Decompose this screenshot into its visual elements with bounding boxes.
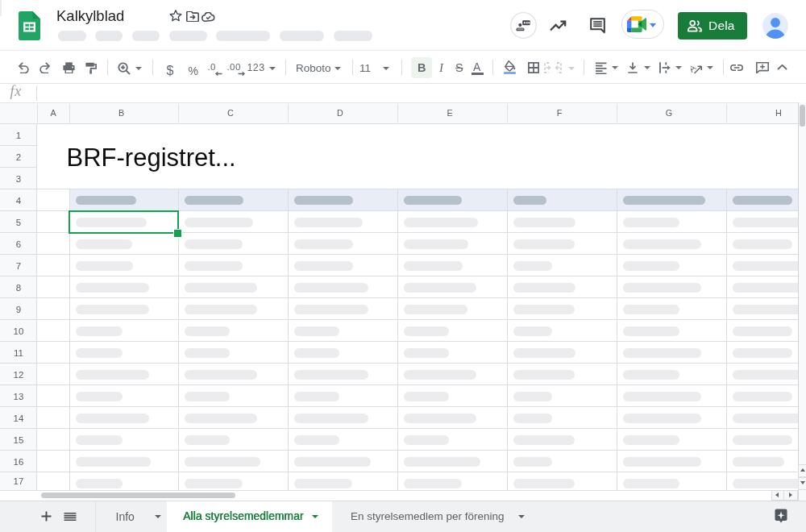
svg-text:A: A [691, 63, 698, 74]
